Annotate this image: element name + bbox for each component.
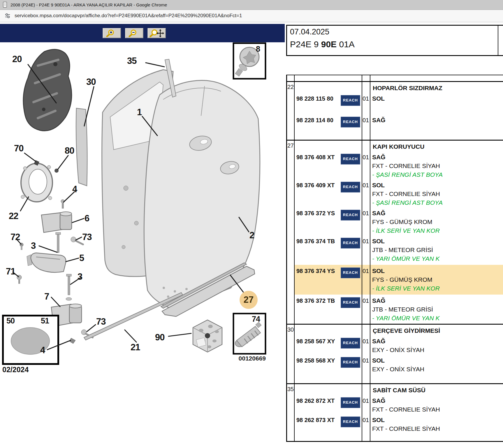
part-number-cell: 98 376 408 XTREACH <box>295 153 362 179</box>
callout-90[interactable]: 90 <box>155 333 164 342</box>
parts-section-30: 30ÇERÇEVE GİYDİRMESİ98 258 567 XYREACH01… <box>286 325 503 384</box>
callout-72[interactable]: 72 <box>10 232 20 242</box>
callout-1[interactable]: 1 <box>137 108 142 117</box>
fitment-note-line: - YARI ÖMÜR VE YAN K <box>372 314 503 323</box>
parts-section-27: 27KAPI KORUYUCU98 376 408 XTREACH01SAĞFX… <box>286 141 503 325</box>
part-number: 98 262 873 XT <box>296 416 335 424</box>
section-content: ÇERÇEVE GİYDİRMESİ98 258 567 XYREACH01SA… <box>295 325 503 383</box>
callout-4[interactable]: 4 <box>72 185 77 194</box>
section-content: SABİT CAM SÜSÜ98 262 872 XTREACH01SAĞFXT… <box>295 384 503 441</box>
column-divider <box>370 384 370 441</box>
reach-badge[interactable]: REACH <box>341 117 360 127</box>
window-titlebar: 2008 (P24E) - P24E 9 90E01A - ARKA YANA … <box>0 0 503 10</box>
part-number-cell: 98 262 873 XTREACH <box>295 416 362 433</box>
reach-badge[interactable]: REACH <box>341 357 360 368</box>
description-cell: SAĞFXT - CORNELIE SİYAH <box>370 396 503 414</box>
callout-3[interactable]: 3 <box>78 272 82 281</box>
description-cell: SAĞFXT - CORNELIE SİYAH- ŞASİ RENGİ AST … <box>370 153 503 179</box>
callout-2[interactable]: 2 <box>249 231 254 240</box>
part-row: 98 262 872 XTREACH01SAĞFXT - CORNELIE Sİ… <box>295 396 503 414</box>
zoom-in-button[interactable] <box>103 28 121 38</box>
color-code-line: FXT - CORNELIE SİYAH <box>372 424 503 433</box>
part-number: 98 376 374 TB <box>296 237 335 246</box>
callout-50[interactable]: 50 <box>6 317 15 325</box>
site-settings-icon[interactable] <box>4 13 11 19</box>
callout-7[interactable]: 7 <box>44 292 49 301</box>
url-bar[interactable]: servicebox.mpsa.com/docapvpr/affiche.do?… <box>0 10 503 22</box>
part-number: 98 228 115 80 <box>296 94 333 103</box>
callout-27-highlighted[interactable]: 27 <box>240 291 258 309</box>
color-code-line: EXY - ONİX SİYAH <box>372 365 503 374</box>
part-row: 98 228 115 80REACH01SOL <box>295 94 503 106</box>
fitment-note-line: - İLK SERİ VE YAN KOR <box>372 284 503 293</box>
leader-line <box>84 87 94 126</box>
part-number-cell: 98 258 567 XYREACH <box>295 337 362 354</box>
reach-badge[interactable]: REACH <box>341 267 360 278</box>
callout-6[interactable]: 6 <box>85 214 89 223</box>
callout-5[interactable]: 5 <box>79 253 84 262</box>
window-title: 2008 (P24E) - P24E 9 90E01A - ARKA YANA … <box>10 2 167 7</box>
callout-70[interactable]: 70 <box>14 144 23 153</box>
quantity: 01 <box>362 396 370 414</box>
side-label: SAĞ <box>372 396 503 405</box>
color-code-line: FYS - GÜMÜŞ KROM <box>372 275 503 284</box>
side-label: SAĞ <box>372 116 503 125</box>
reach-badge[interactable]: REACH <box>341 95 360 106</box>
grommet-cluster <box>193 320 222 352</box>
side-label: SOL <box>372 237 503 246</box>
column-divider <box>370 325 370 383</box>
resize-strip <box>0 22 503 24</box>
callout-3[interactable]: 3 <box>31 241 36 250</box>
part-row: 98 376 374 TBREACH01SOLJTB - METEOR GRİS… <box>295 237 503 263</box>
zoom-pan-button[interactable] <box>147 28 166 38</box>
callout-30[interactable]: 30 <box>86 77 96 86</box>
column-divider <box>370 141 370 324</box>
callout-21[interactable]: 21 <box>131 343 140 352</box>
callout-73[interactable]: 73 <box>96 317 105 326</box>
reach-badge[interactable]: REACH <box>341 397 360 408</box>
screw-inset-box <box>233 314 265 354</box>
document-header-text: 07.04.2025 P24E 9 90E 01A <box>287 26 498 55</box>
color-code-line: FXT - CORNELIE SİYAH <box>372 405 503 414</box>
callout-51[interactable]: 51 <box>41 317 49 325</box>
figure-ref-suffix: 01A <box>337 39 355 49</box>
quantity: 01 <box>362 94 370 106</box>
url-text[interactable]: servicebox.mpsa.com/docapvpr/affiche.do?… <box>15 13 242 19</box>
part-number: 98 376 372 TB <box>296 296 335 305</box>
part-row: 98 262 873 XTREACH01SOLFXT - CORNELIE Sİ… <box>295 416 503 433</box>
part-number-cell: 98 376 372 YSREACH <box>295 209 362 235</box>
description-cell: SAĞEXY - ONİX SİYAH <box>370 337 503 354</box>
callout-35[interactable]: 35 <box>127 56 136 65</box>
callout-74[interactable]: 74 <box>252 315 260 323</box>
reach-badge[interactable]: REACH <box>341 182 360 192</box>
callout-4[interactable]: 4 <box>40 346 45 355</box>
reach-badge[interactable]: REACH <box>341 154 360 164</box>
section-title: SABİT CAM SÜSÜ <box>373 386 503 395</box>
part-number: 98 376 408 XT <box>296 153 335 162</box>
callout-80[interactable]: 80 <box>65 146 74 155</box>
figure-ref-bold: 90E <box>321 39 337 49</box>
section-title: HOPARLÖR SIZDIRMAZ <box>373 84 503 92</box>
deadening-panel <box>23 49 72 131</box>
callout-22[interactable]: 22 <box>9 211 18 220</box>
callout-73[interactable]: 73 <box>82 232 92 242</box>
description-cell: SAĞFYS - GÜMÜŞ KROM- İLK SERİ VE YAN KOR <box>370 209 503 235</box>
callout-20[interactable]: 20 <box>12 55 22 64</box>
document-header-box: 07.04.2025 P24E 9 90E 01A <box>286 25 503 56</box>
zoom-out-button[interactable] <box>125 28 143 38</box>
reach-badge[interactable]: REACH <box>341 338 360 349</box>
reach-badge[interactable]: REACH <box>341 416 360 427</box>
leader-line <box>39 246 57 252</box>
column-divider <box>362 82 362 140</box>
callout-71[interactable]: 71 <box>6 267 15 276</box>
reach-badge[interactable]: REACH <box>341 210 360 220</box>
upper-hinge <box>41 200 83 253</box>
section-ref-number: 27 <box>287 141 295 324</box>
reach-badge[interactable]: REACH <box>341 238 360 249</box>
side-label: SAĞ <box>372 296 503 305</box>
leader-line <box>76 237 82 240</box>
callout-8[interactable]: 8 <box>256 45 260 53</box>
reach-badge[interactable]: REACH <box>341 297 360 308</box>
part-number-cell: 98 262 872 XTREACH <box>295 396 362 414</box>
document-icon <box>3 2 8 8</box>
